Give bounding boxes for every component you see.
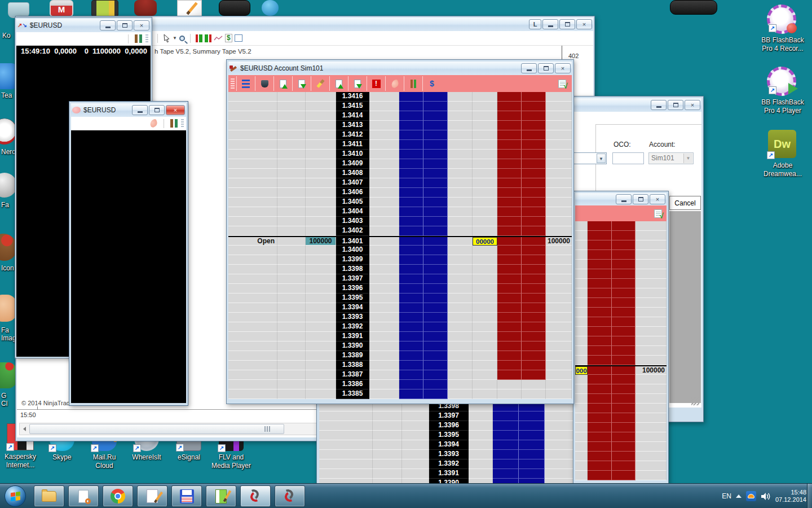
bid-cell[interactable] [423, 380, 448, 389]
ladder-cell[interactable] [636, 471, 667, 480]
ladder-cell[interactable] [575, 432, 588, 442]
show-desktop-button[interactable] [807, 484, 812, 508]
ladder-cell[interactable] [473, 150, 497, 159]
ask-cell[interactable] [612, 471, 636, 480]
ask-cell[interactable] [497, 274, 522, 284]
ladder-cell[interactable] [575, 231, 588, 240]
price-cell[interactable]: 1.3407 [336, 178, 369, 188]
taskbar-save-button[interactable] [171, 485, 202, 507]
ladder-cell[interactable] [473, 111, 497, 121]
ladder-cell[interactable] [306, 169, 336, 178]
ladder-cell[interactable] [277, 178, 306, 188]
working-order-cell[interactable]: 00000 [473, 237, 497, 246]
ladder-cell[interactable] [473, 198, 497, 207]
ladder-cell[interactable] [545, 450, 575, 459]
ladder-cell[interactable] [636, 404, 667, 413]
ladder-cell[interactable] [448, 102, 473, 111]
ladder-cell[interactable] [546, 361, 572, 370]
ask-cell[interactable] [612, 336, 636, 346]
ask-cell[interactable] [588, 298, 612, 308]
ladder-cell[interactable] [228, 217, 277, 226]
ladder-cell[interactable] [522, 389, 546, 399]
ladder-cell[interactable] [546, 140, 572, 150]
bid-cell[interactable] [399, 140, 423, 150]
bid-cell[interactable] [399, 332, 423, 341]
ladder-cell[interactable] [306, 102, 336, 111]
ladder-cell[interactable] [546, 188, 572, 198]
ladder-cell[interactable] [448, 265, 473, 274]
ladder-cell[interactable] [277, 246, 306, 255]
ladder-cell[interactable] [575, 279, 588, 288]
ladder-cell[interactable] [473, 140, 497, 150]
ladder-cell[interactable] [277, 351, 306, 361]
ladder-cell[interactable] [448, 370, 473, 380]
ask-cell[interactable] [612, 375, 636, 384]
bid-cell[interactable] [423, 188, 448, 198]
ladder-cell[interactable] [277, 265, 306, 274]
ladder-cell[interactable] [448, 226, 473, 236]
ladder-cell[interactable] [369, 351, 399, 361]
ladder-cell[interactable] [277, 255, 306, 265]
bid-cell[interactable] [399, 92, 423, 102]
ladder-cell[interactable] [277, 102, 306, 111]
bid-cell[interactable] [423, 111, 448, 121]
price-cell[interactable]: 1.3402 [336, 226, 369, 236]
ladder-cell[interactable] [369, 188, 399, 198]
ask-cell[interactable] [612, 384, 636, 394]
blue-app-icon[interactable] [262, 0, 279, 16]
ladder-cell[interactable] [228, 332, 277, 341]
ladder-cell[interactable] [306, 351, 336, 361]
ladder-cell[interactable] [636, 260, 667, 269]
ladder-cell[interactable] [469, 459, 493, 469]
ask-cell[interactable] [497, 92, 522, 102]
bb-flashback-player-icon[interactable]: ↗ [767, 67, 796, 96]
ladder-cell[interactable] [448, 130, 473, 140]
ladder-cell[interactable] [575, 452, 588, 461]
ladder-cell[interactable] [575, 471, 588, 480]
ask-cell[interactable] [588, 471, 612, 480]
price-cell[interactable]: 1.3414 [336, 111, 369, 121]
ladder-cell[interactable] [319, 431, 373, 440]
ladder-cell[interactable] [373, 469, 402, 479]
close-button[interactable]: × [555, 63, 571, 73]
ladder-cell[interactable] [546, 380, 572, 389]
ladder-cell[interactable] [306, 217, 336, 226]
ladder-cell[interactable] [546, 178, 572, 188]
close-button[interactable]: × [576, 19, 592, 29]
ladder-cell[interactable] [473, 303, 497, 313]
ladder-cell[interactable] [402, 431, 429, 440]
ladder-cell[interactable] [448, 121, 473, 130]
ladder-cell[interactable] [369, 159, 399, 169]
ladder-cell[interactable] [473, 284, 497, 294]
ladder-cell[interactable] [448, 255, 473, 265]
ladder-cell[interactable] [319, 469, 373, 479]
instrument-link-button[interactable]: L [529, 19, 541, 29]
bid-cell[interactable] [399, 207, 423, 217]
ladder-cell[interactable] [277, 188, 306, 198]
ladder-cell[interactable] [636, 327, 667, 336]
ladder-cell[interactable] [448, 111, 473, 121]
ask-cell[interactable] [612, 269, 636, 279]
ladder-cell[interactable] [575, 413, 588, 423]
price-cell[interactable]: 1.3409 [336, 159, 369, 169]
price-cell[interactable]: 1.3396 [429, 421, 469, 431]
ladder-cell[interactable] [469, 440, 493, 450]
ladder-cell[interactable] [306, 111, 336, 121]
ladder-cell[interactable] [575, 269, 588, 279]
ask-cell[interactable] [522, 237, 546, 246]
ladder-cell[interactable] [369, 111, 399, 121]
tray-volume-icon[interactable] [761, 492, 771, 501]
bid-cell[interactable] [423, 178, 448, 188]
ladder-cell[interactable] [448, 341, 473, 351]
ladder-cell[interactable] [402, 440, 429, 450]
ladder-cell[interactable] [497, 380, 522, 389]
ask-cell[interactable] [497, 121, 522, 130]
buy-order-button[interactable] [273, 76, 292, 91]
price-cell[interactable]: 1.3394 [336, 303, 369, 313]
ladder-cell[interactable] [636, 279, 667, 288]
ask-cell[interactable] [612, 240, 636, 250]
bid-cell[interactable] [423, 140, 448, 150]
ask-cell[interactable] [522, 294, 546, 303]
price-ladder[interactable]: 1.34161.34151.34141.34131.34121.34111.34… [228, 92, 572, 399]
ask-cell[interactable] [612, 327, 636, 336]
